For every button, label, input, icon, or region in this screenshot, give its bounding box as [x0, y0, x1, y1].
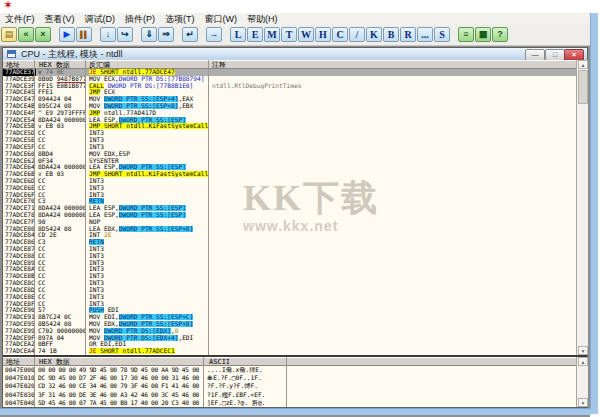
column-divider[interactable]	[34, 60, 35, 355]
asm-row[interactable]: 77ADCE99C702 00000000MOV DWORD PTR DS:[E…	[3, 328, 587, 335]
disassembly-pane[interactable]: 77ADCE37v 74 0EJE SHORT ntdll.77ADCE4777…	[3, 69, 587, 355]
asm-row[interactable]: 77ADCE398B0D 9487B877MOV ECX,DWORD PTR D…	[3, 76, 587, 83]
asm-row[interactable]: 77ADCE8CCCINT3	[3, 280, 587, 287]
menu-item-2[interactable]: 调试(D)	[80, 13, 121, 25]
asm-row[interactable]: 77ADCE47894424 04MOV DWORD PTR SS:[ESP+4…	[3, 96, 587, 103]
log-window-button[interactable]: L	[230, 27, 246, 42]
breakpoints-button[interactable]: B	[383, 27, 399, 42]
asm-row[interactable]: 77ADCE5FCCINT3	[3, 144, 587, 151]
scroll-down-icon[interactable]: ▼	[578, 398, 588, 407]
dump-scrollbar[interactable]: ▲ ▼	[576, 357, 588, 407]
asm-row[interactable]: 77ADCE5Bv EB 03JMP SHORT ntdll.KiFastSys…	[3, 123, 587, 130]
dump-row[interactable]: 0047E020CD 32 46 00 CE 34 46 00 79 3F 46…	[3, 382, 587, 390]
asm-row[interactable]: 77ADCE9F897A 04MOV DWORD PTR DS:[EDX+4],…	[3, 335, 587, 342]
executable-modules-button[interactable]: E	[247, 27, 263, 42]
menu-item-5[interactable]: 窗口(W)	[200, 13, 243, 25]
scroll-up-icon[interactable]: ▲	[578, 357, 588, 366]
asm-row[interactable]: 77ADCE718DA424 00000000LEA ESP,DWORD PTR…	[3, 205, 587, 212]
asm-row[interactable]: 77ADCE918B7C24 0CMOV EDI,DWORD PTR SS:[E…	[3, 314, 587, 321]
column-divider[interactable]	[203, 357, 204, 407]
asm-row[interactable]: 77ADCE3FFF15 E0B1B877CALL DWORD PTR DS:[…	[3, 83, 587, 90]
dump-pane[interactable]: 0047E00000 00 00 00 49 9D 45 00 78 9D 45…	[3, 366, 587, 407]
debug-options-button[interactable]: ≡	[458, 27, 474, 42]
column-divider[interactable]	[208, 60, 209, 355]
asm-row[interactable]: 77ADCE8ACCINT3	[3, 266, 587, 273]
asm-row[interactable]: 77ADCE6ECCINT3	[3, 185, 587, 192]
open-file-button[interactable]: ▤	[1, 27, 17, 42]
menu-item-0[interactable]: 文件(F)	[0, 13, 40, 25]
asm-row[interactable]: 77ADCE788DA424 00000000LEA ESP,DWORD PTR…	[3, 212, 587, 219]
pause-button[interactable]: ▌▌	[76, 27, 92, 42]
asm-row[interactable]: 77ADCE548DA424 00000000LEA ESP,DWORD PTR…	[3, 117, 587, 124]
asm-row[interactable]: 77ADCE5ECCINT3	[3, 137, 587, 144]
asm-row[interactable]: 77ADCE37v 74 0EJE SHORT ntdll.77ADCE47	[3, 69, 587, 76]
run-button[interactable]: ▶	[59, 27, 75, 42]
source-button[interactable]: S	[434, 27, 450, 42]
animate-into-button[interactable]: ⇓	[141, 27, 157, 42]
asm-row[interactable]: 77ADCE8BCCINT3	[3, 273, 587, 280]
code-token: RETN	[89, 198, 104, 204]
asm-row[interactable]: 77ADCE84CD 2EINT 2E	[3, 232, 587, 239]
menu-item-3[interactable]: 插件(P)	[120, 13, 160, 25]
asm-row[interactable]: 77ADCE808D5424 08LEA EDX,DWORD PTR SS:[E…	[3, 226, 587, 233]
asm-row[interactable]: 77ADCE7F90NOP	[3, 219, 587, 226]
help-button[interactable]: ?	[492, 27, 508, 42]
go-to-address-button[interactable]: →	[206, 27, 222, 42]
asm-row[interactable]: 77ADCEA20BFFOR EDI,EDI	[3, 341, 587, 348]
step-into-button[interactable]: ↓	[100, 27, 116, 42]
asm-row[interactable]: 77ADCE608BD4MOV EDX,ESP	[3, 151, 587, 158]
menu-item-1[interactable]: 查看(V)	[40, 13, 80, 25]
call-stack-button[interactable]: K	[366, 27, 382, 42]
menu-item-4[interactable]: 选项(T)	[160, 13, 200, 25]
asm-row[interactable]: 77ADCE6Bv EB 03JMP SHORT ntdll.KiFastSys…	[3, 171, 587, 178]
code-token: DWORD PTR DS:[77B8B1E0]	[108, 83, 194, 89]
asm-row[interactable]: 77ADCE4F^ E9 2973FFFFJMP ntdll.77AD417D	[3, 110, 587, 117]
appearance-button[interactable]: ▦	[475, 27, 491, 42]
asm-row[interactable]: 77ADCE8DCCINT3	[3, 287, 587, 294]
scroll-down-icon[interactable]: ▼	[578, 346, 588, 355]
asm-row[interactable]: 77ADCE6DCCINT3	[3, 178, 587, 185]
asm-row[interactable]: 77ADCE620F34SYSENTER	[3, 158, 587, 165]
asm-row[interactable]: 77ADCE958B5424 08MOV EDX,DWORD PTR SS:[E…	[3, 321, 587, 328]
close-program-button[interactable]: ×	[35, 27, 51, 42]
asm-row[interactable]: 77ADCE6FCCINT3	[3, 192, 587, 199]
threads-button[interactable]: T	[281, 27, 297, 42]
asm-row[interactable]: 77ADCE88CCINT3	[3, 253, 587, 260]
scroll-up-icon[interactable]: ▲	[578, 60, 588, 69]
column-divider[interactable]	[286, 357, 287, 407]
asm-row[interactable]: 77ADCE4B895C24 08MOV DWORD PTR SS:[ESP+8…	[3, 103, 587, 110]
asm-row[interactable]: 77ADCE86C3RETN	[3, 239, 587, 246]
disassembly-scrollbar[interactable]: ▲ ▼	[576, 60, 588, 355]
restart-button[interactable]: «	[18, 27, 34, 42]
asm-row[interactable]: 77ADCEA474 1BJE SHORT ntdll.77ADCEC1	[3, 348, 587, 355]
run-trace-button[interactable]: ...	[417, 27, 433, 42]
asm-row[interactable]: 77ADCE8FCCINT3	[3, 301, 587, 308]
windows-button[interactable]: W	[298, 27, 314, 42]
asm-row[interactable]: 77ADCE9057PUSH EDI	[3, 307, 587, 314]
handles-button[interactable]: H	[315, 27, 331, 42]
menu-item-6[interactable]: 帮助(H)	[242, 13, 283, 25]
patches-button[interactable]: /	[349, 27, 365, 42]
asm-row[interactable]: 77ADCE8ECCINT3	[3, 294, 587, 301]
asm-row[interactable]: 77ADCE5DCCINT3	[3, 130, 587, 137]
asm-row[interactable]: 77ADCE70C3RETN	[3, 198, 587, 205]
column-divider[interactable]	[85, 60, 86, 355]
column-divider[interactable]	[34, 357, 35, 407]
memory-map-button[interactable]: M	[264, 27, 280, 42]
dump-row[interactable]: 0047E010DC 9D 45 00 D7 2F 46 00 17 30 46…	[3, 374, 587, 382]
animate-over-button[interactable]: ⇒	[158, 27, 174, 42]
dump-row[interactable]: 0047E0303F 31 46 00 DE 3E 46 00 A3 42 46…	[3, 391, 587, 399]
dump-row[interactable]: 0047E00000 00 00 00 49 9D 45 00 78 9D 45…	[3, 366, 587, 374]
code-token: DWORD PTR SS:[ESP+8]	[119, 226, 194, 232]
execute-till-return-button[interactable]: ↵	[182, 27, 198, 42]
scrollbar-thumb[interactable]	[578, 70, 588, 104]
cpu-button[interactable]: C	[332, 27, 348, 42]
asm-row[interactable]: 77ADCE648DA424 00000000LEA ESP,DWORD PTR…	[3, 164, 587, 171]
step-over-button[interactable]: ↪	[117, 27, 133, 42]
asm-instruction: LEA ESP,DWORD PTR SS:[ESP]	[89, 205, 209, 212]
asm-row[interactable]: 77ADCE87CCINT3	[3, 246, 587, 253]
asm-row[interactable]: 77ADCE45FFE1JMP ECX	[3, 89, 587, 96]
dump-row[interactable]: 0047E0405D 45 46 00 07 7A 45 00 B0 17 40…	[3, 399, 587, 407]
references-button[interactable]: R	[400, 27, 416, 42]
asm-row[interactable]: 77ADCE89CCINT3	[3, 260, 587, 267]
